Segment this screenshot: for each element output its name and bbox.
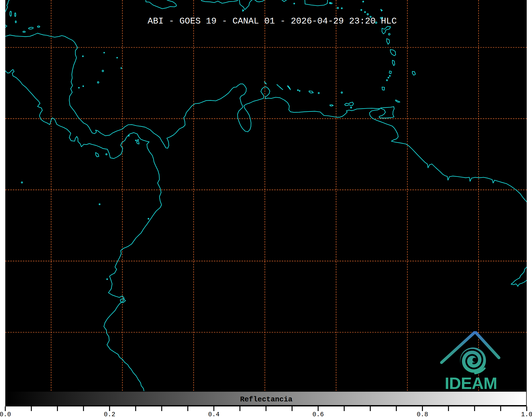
svg-text:IDEAM: IDEAM: [445, 374, 497, 392]
svg-text:0.6: 0.6: [312, 411, 324, 417]
svg-text:ABI - GOES 19 - CANAL 01 - 202: ABI - GOES 19 - CANAL 01 - 2026-04-29 23…: [148, 16, 397, 26]
svg-text:Reflectancia: Reflectancia: [240, 395, 292, 404]
svg-text:0.4: 0.4: [208, 411, 220, 417]
svg-text:1.0: 1.0: [521, 411, 532, 417]
svg-text:0.8: 0.8: [417, 411, 428, 417]
svg-text:0.0: 0.0: [0, 411, 11, 417]
svg-text:0.2: 0.2: [104, 411, 115, 417]
